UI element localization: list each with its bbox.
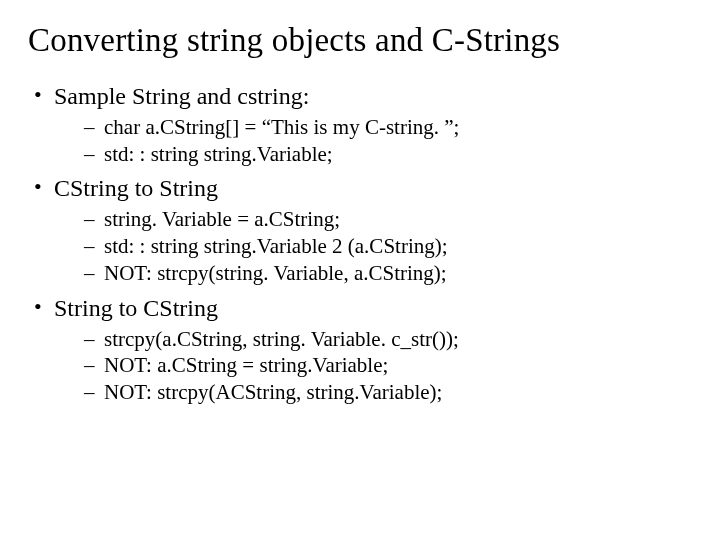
bullet-item: CString to String string. Variable = a.C… xyxy=(28,173,692,286)
sub-list: char a.CString[] = “This is my C-string.… xyxy=(54,114,692,168)
sub-item: string. Variable = a.CString; xyxy=(54,206,692,233)
sub-list: string. Variable = a.CString; std: : str… xyxy=(54,206,692,287)
bullet-label: String to CString xyxy=(54,295,218,321)
sub-item: NOT: a.CString = string.Variable; xyxy=(54,352,692,379)
bullet-item: String to CString strcpy(a.CString, stri… xyxy=(28,293,692,406)
sub-item: NOT: strcpy(string. Variable, a.CString)… xyxy=(54,260,692,287)
slide: Converting string objects and C-Strings … xyxy=(0,0,720,406)
bullet-label: CString to String xyxy=(54,175,218,201)
sub-list: strcpy(a.CString, string. Variable. c_st… xyxy=(54,326,692,407)
bullet-label: Sample String and cstring: xyxy=(54,83,309,109)
slide-title: Converting string objects and C-Strings xyxy=(28,22,692,59)
sub-item: NOT: strcpy(ACString, string.Variable); xyxy=(54,379,692,406)
sub-item: std: : string string.Variable; xyxy=(54,141,692,168)
sub-item: std: : string string.Variable 2 (a.CStri… xyxy=(54,233,692,260)
sub-item: char a.CString[] = “This is my C-string.… xyxy=(54,114,692,141)
bullet-item: Sample String and cstring: char a.CStrin… xyxy=(28,81,692,167)
sub-item: strcpy(a.CString, string. Variable. c_st… xyxy=(54,326,692,353)
bullet-list: Sample String and cstring: char a.CStrin… xyxy=(28,81,692,406)
